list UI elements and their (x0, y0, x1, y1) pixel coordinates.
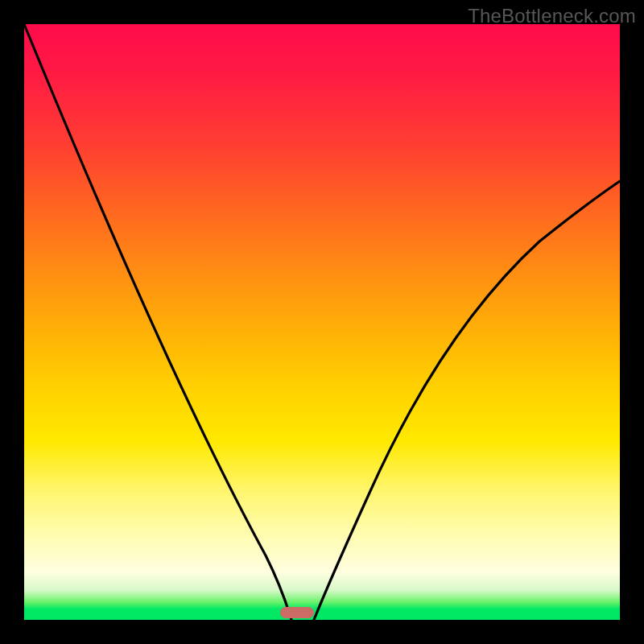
right-curve (314, 181, 620, 620)
curve-layer (24, 24, 620, 620)
bottleneck-marker (280, 607, 314, 618)
chart-frame: TheBottleneck.com (0, 0, 644, 644)
plot-area (24, 24, 620, 620)
left-curve (24, 24, 291, 620)
